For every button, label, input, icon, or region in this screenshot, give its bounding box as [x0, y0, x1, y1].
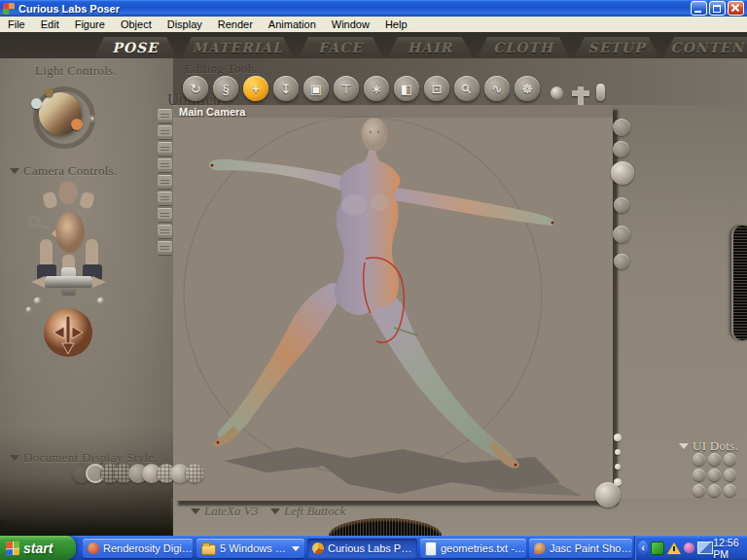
tray-network-icon[interactable] [697, 542, 713, 554]
right-control-ball-3[interactable] [611, 161, 634, 185]
taper-icon: ⊤ [340, 82, 351, 96]
start-button[interactable]: start [0, 536, 76, 560]
corner-dot-1[interactable] [614, 434, 622, 441]
face-camera-icon [58, 181, 78, 204]
tool-morphing[interactable]: ∿ [484, 76, 510, 101]
tool-translate-in-out[interactable]: ↧ [273, 76, 299, 101]
tray-app-icon-green[interactable] [651, 542, 664, 555]
menu-help[interactable]: Help [377, 18, 415, 30]
tab-pose[interactable]: POSE [93, 37, 177, 58]
tab-material[interactable]: MATERIAL [181, 37, 294, 58]
menu-window[interactable]: Window [324, 18, 377, 30]
menu-edit[interactable]: Edit [33, 18, 67, 30]
tab-content[interactable]: CONTENT [663, 37, 747, 58]
collapse-arrow-icon [679, 443, 689, 449]
figure-selector[interactable]: LateXa V3 [191, 502, 258, 519]
menu-figure[interactable]: Figure [67, 18, 113, 30]
paint-shop-pro-icon [534, 542, 546, 554]
tab-hair[interactable]: HAIR [387, 37, 473, 58]
light-indicator-2[interactable] [31, 98, 42, 109]
tool-twist[interactable]: § [213, 76, 238, 101]
tracking-cross[interactable] [572, 90, 589, 96]
tool-color[interactable]: ◧ [394, 76, 419, 101]
right-control-ball-2[interactable] [613, 141, 629, 158]
morph-icon: ∿ [492, 82, 503, 96]
room-tab-bar: POSE MATERIAL FACE HAIR CLOTH SETUP CONT… [0, 32, 747, 58]
tab-cloth[interactable]: CLOTH [477, 37, 570, 58]
doc-drawer-tab-1[interactable] [158, 109, 172, 123]
menu-file[interactable]: File [0, 18, 33, 30]
ui-dot-5[interactable] [708, 469, 721, 481]
right-control-ball-5[interactable] [613, 226, 630, 243]
menu-object[interactable]: Object [113, 18, 160, 30]
restore-button[interactable] [709, 1, 726, 16]
doc-drawer-tab-4[interactable] [158, 158, 172, 173]
light-controls-label[interactable]: Light Controls. [35, 63, 117, 79]
menu-animation[interactable]: Animation [261, 18, 324, 30]
tray-chevron-icon[interactable]: ‹ [638, 541, 648, 555]
ui-dot-3[interactable] [724, 453, 736, 466]
figure-display-toggle[interactable] [596, 84, 605, 101]
ui-dot-2[interactable] [708, 453, 721, 466]
minimize-button[interactable] [691, 1, 707, 16]
taskbar-button-paintshop[interactable]: Jasc Paint Shop Pro [529, 539, 632, 558]
tool-chain-break[interactable]: ∗ [364, 76, 389, 101]
taskbar-button-explorer-group[interactable]: 5 Windows Explorer [196, 539, 304, 558]
camera-name-label[interactable]: Main Camera [179, 106, 245, 118]
menu-render[interactable]: Render [210, 18, 261, 30]
ui-dot-8[interactable] [708, 484, 721, 497]
corner-dot-3[interactable] [615, 464, 621, 470]
doc-drawer-tab-9[interactable] [158, 241, 172, 256]
actor-selector[interactable]: Left Buttock [270, 502, 345, 519]
taskbar-button-poser[interactable]: Curious Labs Poser [307, 539, 417, 558]
camera-controls-header[interactable]: Camera Controls. [10, 161, 118, 179]
tab-setup[interactable]: SETUP [574, 37, 659, 58]
tool-rotate[interactable]: ↻ [183, 76, 208, 101]
tool-translate-pull[interactable]: + [243, 76, 268, 101]
tray-warning-icon[interactable] [667, 542, 681, 554]
taskbar-button-notepad[interactable]: geometries.txt - No... [420, 539, 526, 558]
tool-scale[interactable]: ▣ [303, 76, 329, 101]
right-control-ball-6[interactable] [614, 254, 629, 269]
menu-display[interactable]: Display [160, 18, 210, 30]
ui-dot-1[interactable] [693, 453, 705, 466]
doc-drawer-tab-3[interactable] [158, 142, 172, 157]
tool-taper[interactable]: ⊤ [334, 76, 359, 101]
right-control-ball-1[interactable] [613, 119, 630, 136]
display-style-label: Document Display Style. [23, 450, 158, 465]
doc-drawer-tab-8[interactable] [158, 225, 172, 239]
ui-dot-9[interactable] [724, 484, 736, 497]
ui-dot-6[interactable] [724, 469, 736, 481]
ui-dot-4[interactable] [693, 469, 705, 481]
posed-figure-render[interactable] [173, 105, 613, 501]
side-drawer-wheel[interactable] [731, 226, 747, 340]
task-label: Jasc Paint Shop Pro [550, 542, 632, 554]
depth-cue-ball[interactable] [551, 87, 563, 99]
light-indicator-3[interactable] [71, 119, 83, 130]
taskbar-button-renderosity[interactable]: Renderosity Digital ... [83, 539, 193, 558]
right-control-ball-4[interactable] [614, 197, 629, 213]
figure-left-arm [209, 159, 357, 194]
light-indicator-1[interactable] [45, 88, 53, 97]
tool-view-magnifier[interactable]: ⚲ [454, 76, 480, 101]
title-bar[interactable]: Curious Labs Poser [0, 0, 747, 17]
close-button[interactable] [728, 1, 744, 16]
tool-direct-manipulation[interactable]: ☸ [515, 76, 540, 101]
clock[interactable]: 12:56 PM [713, 537, 743, 560]
doc-drawer-tab-5[interactable] [158, 175, 172, 190]
camera-controls-cluster[interactable] [25, 181, 132, 362]
tray-app-icon-pink[interactable] [684, 542, 694, 553]
ui-dot-7[interactable] [693, 484, 705, 497]
collapse-arrow-icon [10, 455, 19, 461]
style-texture-shaded[interactable] [185, 464, 204, 483]
sun-icon[interactable]: ☀ [88, 113, 97, 125]
document-viewport[interactable]: Main Camera [173, 105, 613, 501]
tool-grouping[interactable]: ⊡ [424, 76, 449, 101]
doc-drawer-tab-2[interactable] [158, 125, 172, 140]
doc-drawer-tab-7[interactable] [158, 208, 172, 223]
viewport-corner-ball[interactable] [595, 482, 621, 508]
tab-face[interactable]: FACE [298, 37, 383, 58]
ui-dots-header[interactable]: UI Dots. [679, 437, 738, 454]
corner-dot-2[interactable] [615, 449, 621, 455]
doc-drawer-tab-6[interactable] [158, 192, 172, 206]
